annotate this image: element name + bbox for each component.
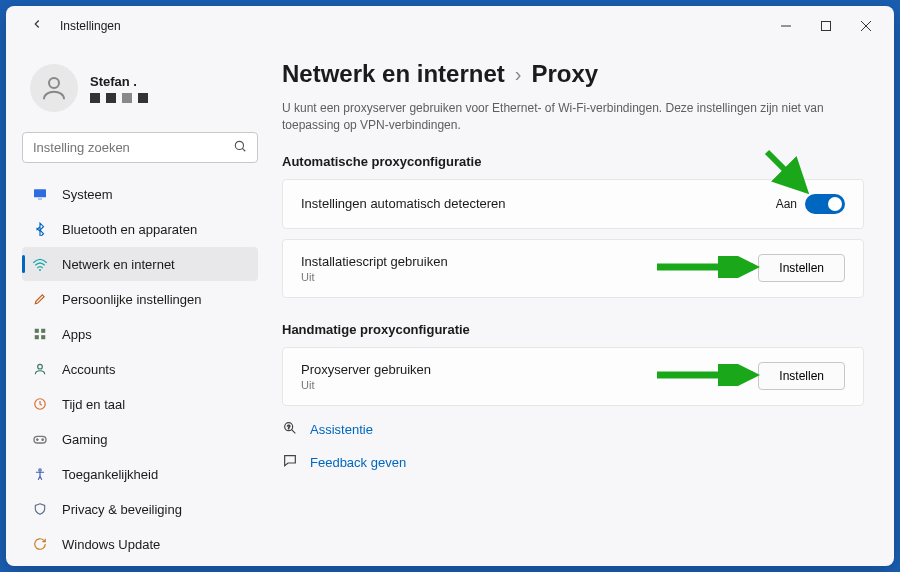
nav-label: Systeem <box>62 187 113 202</box>
nav-item-personalization[interactable]: Persoonlijke instellingen <box>22 282 258 316</box>
svg-rect-12 <box>35 335 39 339</box>
nav-label: Toegankelijkheid <box>62 467 158 482</box>
settings-window: Instellingen Stefan . <box>6 6 894 566</box>
apps-icon <box>32 326 48 342</box>
link-feedback-label: Feedback geven <box>310 455 406 470</box>
footer-links: ? Assistentie Feedback geven <box>282 420 864 472</box>
close-button[interactable] <box>846 11 886 41</box>
section-manual-title: Handmatige proxyconfiguratie <box>282 322 864 337</box>
search-icon <box>233 139 247 156</box>
nav-label: Netwerk en internet <box>62 257 175 272</box>
setup-script-label: Installatiescript gebruiken <box>301 254 758 269</box>
nav-item-accounts[interactable]: Accounts <box>22 352 258 386</box>
manual-proxy-state: Uit <box>301 379 758 391</box>
nav-item-time-language[interactable]: Tijd en taal <box>22 387 258 421</box>
maximize-button[interactable] <box>806 11 846 41</box>
main-content: Netwerk en internet › Proxy U kunt een p… <box>268 46 894 566</box>
shield-icon <box>32 501 48 517</box>
svg-point-14 <box>38 364 43 369</box>
sidebar: Stefan . Systeem Bl <box>6 46 268 566</box>
svg-text:?: ? <box>287 423 290 429</box>
clock-icon <box>32 396 48 412</box>
accessibility-icon <box>32 466 48 482</box>
page-description: U kunt een proxyserver gebruiken voor Et… <box>282 100 864 134</box>
back-button[interactable] <box>20 17 54 35</box>
svg-rect-16 <box>34 436 46 443</box>
auto-detect-toggle[interactable] <box>805 194 845 214</box>
link-feedback[interactable]: Feedback geven <box>282 453 864 472</box>
nav-item-windows-update[interactable]: Windows Update <box>22 527 258 561</box>
person-icon <box>32 361 48 377</box>
link-help[interactable]: ? Assistentie <box>282 420 864 439</box>
nav-item-apps[interactable]: Apps <box>22 317 258 351</box>
auto-detect-state: Aan <box>776 197 797 211</box>
nav-item-privacy[interactable]: Privacy & beveiliging <box>22 492 258 526</box>
nav-label: Windows Update <box>62 537 160 552</box>
nav-label: Accounts <box>62 362 115 377</box>
card-setup-script: Installatiescript gebruiken Uit Instelle… <box>282 239 864 298</box>
auto-detect-label: Instellingen automatisch detecteren <box>301 196 776 211</box>
nav-item-system[interactable]: Systeem <box>22 177 258 211</box>
svg-point-4 <box>49 78 59 88</box>
svg-rect-8 <box>38 199 42 200</box>
search-box[interactable] <box>22 132 258 163</box>
chevron-right-icon: › <box>515 63 522 86</box>
svg-point-18 <box>39 469 41 471</box>
nav-label: Persoonlijke instellingen <box>62 292 201 307</box>
avatar <box>30 64 78 112</box>
window-title: Instellingen <box>60 19 121 33</box>
manual-proxy-button[interactable]: Instellen <box>758 362 845 390</box>
feedback-icon <box>282 453 298 472</box>
svg-rect-10 <box>35 329 39 333</box>
svg-rect-1 <box>822 22 831 31</box>
monitor-icon <box>32 186 48 202</box>
manual-proxy-label: Proxyserver gebruiken <box>301 362 758 377</box>
breadcrumb-parent[interactable]: Netwerk en internet <box>282 60 505 88</box>
titlebar: Instellingen <box>6 6 894 46</box>
svg-rect-11 <box>41 329 45 333</box>
bluetooth-icon <box>32 221 48 237</box>
svg-point-9 <box>39 269 41 271</box>
network-icon <box>32 256 48 272</box>
nav-label: Apps <box>62 327 92 342</box>
nav-label: Bluetooth en apparaten <box>62 222 197 237</box>
help-icon: ? <box>282 420 298 439</box>
nav-label: Gaming <box>62 432 108 447</box>
user-name: Stefan . <box>90 74 148 89</box>
section-auto-title: Automatische proxyconfiguratie <box>282 154 864 169</box>
update-icon <box>32 536 48 552</box>
nav-item-network[interactable]: Netwerk en internet <box>22 247 258 281</box>
user-info <box>90 93 148 103</box>
nav-label: Tijd en taal <box>62 397 125 412</box>
card-manual-proxy: Proxyserver gebruiken Uit Instellen <box>282 347 864 406</box>
breadcrumb: Netwerk en internet › Proxy <box>282 60 864 88</box>
svg-rect-7 <box>34 189 46 197</box>
setup-script-button[interactable]: Instellen <box>758 254 845 282</box>
brush-icon <box>32 291 48 307</box>
svg-point-5 <box>235 141 243 149</box>
card-auto-detect: Instellingen automatisch detecteren Aan <box>282 179 864 229</box>
gaming-icon <box>32 431 48 447</box>
minimize-button[interactable] <box>766 11 806 41</box>
svg-point-17 <box>42 439 43 440</box>
nav-item-accessibility[interactable]: Toegankelijkheid <box>22 457 258 491</box>
svg-line-6 <box>242 148 245 151</box>
nav-item-gaming[interactable]: Gaming <box>22 422 258 456</box>
nav-item-bluetooth[interactable]: Bluetooth en apparaten <box>22 212 258 246</box>
link-help-label: Assistentie <box>310 422 373 437</box>
svg-line-23 <box>292 429 296 433</box>
search-input[interactable] <box>33 140 233 155</box>
breadcrumb-current: Proxy <box>531 60 598 88</box>
profile-block[interactable]: Stefan . <box>22 56 258 132</box>
setup-script-state: Uit <box>301 271 758 283</box>
nav-label: Privacy & beveiliging <box>62 502 182 517</box>
nav-list: Systeem Bluetooth en apparaten Netwerk e… <box>22 177 258 561</box>
svg-rect-13 <box>41 335 45 339</box>
